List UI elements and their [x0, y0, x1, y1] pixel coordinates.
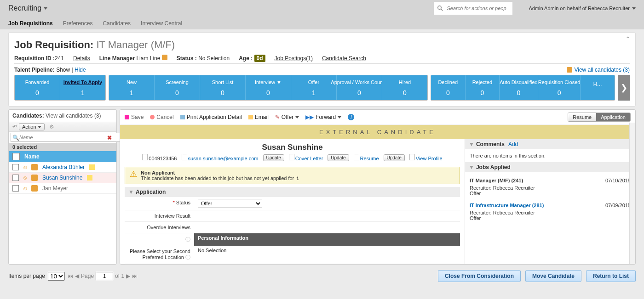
candidate-row[interactable]: ⎋Alexandra Bühler: [9, 162, 116, 173]
cancel-button[interactable]: Cancel: [150, 114, 173, 120]
candidate-detail-panel: Save Cancel Print Application Detail Ema…: [120, 109, 636, 265]
toggle-application[interactable]: Application: [596, 113, 630, 121]
candidates-view-all[interactable]: View all candidates (3): [46, 113, 101, 119]
pipeline-label: Talent Pipeline:: [14, 67, 55, 73]
section-jobs-applied[interactable]: ▼ Jobs Applied: [465, 162, 635, 172]
candidate-name-cell[interactable]: Jan Meyer: [42, 185, 68, 192]
req-id: Requisition ID :241: [14, 55, 64, 62]
user-context-label: Admin Admin on behalf of Rebecca Recruit…: [529, 6, 630, 11]
doc-icon: [354, 154, 359, 160]
return-to-list-button[interactable]: Return to List: [586, 270, 636, 282]
collapse-icon[interactable]: ⌃: [625, 35, 631, 43]
doc-icon: [289, 154, 294, 160]
resume[interactable]: Resume: [354, 154, 379, 161]
section-comments[interactable]: ▼ Comments Add: [465, 139, 635, 149]
view-profile[interactable]: View Profile: [409, 154, 443, 161]
stage-interview-[interactable]: Interview ▼0: [246, 75, 291, 100]
status-select[interactable]: Offer: [198, 199, 262, 208]
avatar-icon: [31, 164, 38, 170]
update-email-button[interactable]: Update: [263, 154, 284, 161]
candidate-name-filter[interactable]: [11, 133, 120, 142]
stage-new[interactable]: New1: [109, 75, 155, 100]
tab-interview-central[interactable]: Interview Central: [141, 20, 182, 29]
pipeline-hide[interactable]: Hide: [75, 67, 86, 73]
triangle-down-icon: ▼: [128, 189, 134, 195]
stage-scroll-next[interactable]: ❯: [618, 75, 630, 101]
search-icon: 🔍: [12, 135, 19, 141]
info-icon[interactable]: i: [348, 114, 354, 120]
stage-auto-disqualified[interactable]: Auto Disqualified0: [500, 75, 538, 100]
stage-screening[interactable]: Screening0: [155, 75, 200, 100]
move-candidate-button[interactable]: Move Candidate: [525, 270, 581, 282]
svg-line-1: [441, 9, 443, 11]
close-from-consideration-button[interactable]: Close From Consideration: [438, 270, 521, 282]
module-dropdown[interactable]: Recruiting: [8, 4, 47, 12]
global-search[interactable]: [434, 2, 512, 15]
add-comment-link[interactable]: Add: [508, 141, 518, 147]
stage-forwarded[interactable]: Forwarded0: [15, 75, 60, 100]
undo-icon[interactable]: ↶: [12, 124, 17, 130]
stage-declined[interactable]: Declined0: [431, 75, 466, 100]
select-all-checkbox[interactable]: [12, 153, 20, 160]
column-name[interactable]: Name: [24, 153, 40, 160]
phone-icon: [142, 154, 148, 160]
row-checkbox[interactable]: [12, 175, 19, 181]
view-all-candidates[interactable]: View all candidates (3): [567, 67, 630, 73]
warning-body: This candidate has been added to this jo…: [141, 175, 299, 181]
view-all-link[interactable]: View all candidates (3): [574, 67, 630, 73]
cover-letter[interactable]: Cover Letter: [289, 154, 323, 161]
user-context-dropdown[interactable]: Admin Admin on behalf of Rebecca Recruit…: [529, 6, 636, 11]
row-checkbox[interactable]: [12, 164, 19, 170]
candidate-search-link[interactable]: Candidate Search: [322, 55, 366, 62]
pipeline-show[interactable]: Show: [56, 67, 70, 73]
candidate-action-bar: ↶ Action ⚙: [9, 122, 116, 132]
stage-hired[interactable]: Hired0: [382, 75, 427, 100]
candidate-row[interactable]: ⎋Jan Meyer: [9, 183, 116, 194]
save-button[interactable]: Save: [125, 114, 144, 120]
stage-requisition-closed[interactable]: Requisition Closed0: [538, 75, 581, 100]
items-per-page-select[interactable]: 10: [48, 272, 65, 281]
tab-job-requisitions[interactable]: Job Requisitions: [8, 20, 53, 29]
global-search-input[interactable]: [446, 5, 507, 11]
tab-candidates[interactable]: Candidates: [103, 20, 131, 29]
email-button[interactable]: Email: [248, 114, 269, 120]
tab-preferences[interactable]: Preferences: [63, 20, 93, 29]
page-first[interactable]: ⏮: [68, 273, 73, 279]
row-status: * Status Offer: [125, 197, 460, 210]
stage-group-post: Declined0Rejected0Auto Disqualified0Requ…: [431, 75, 615, 101]
candidate-name-cell[interactable]: Susan Sunshine: [42, 175, 82, 181]
jobs-applied-list: IT Manager (M/F) (241)07/10/2015Recruite…: [465, 172, 635, 229]
selection-count: 0 selected: [9, 143, 116, 151]
candidate-row[interactable]: ⎋Susan Sunshine: [9, 173, 116, 183]
page-prev[interactable]: ◀: [75, 273, 79, 279]
forward-dropdown[interactable]: ▶▶Forward: [305, 114, 341, 120]
resume-application-toggle[interactable]: Resume Application: [568, 113, 631, 122]
action-dropdown[interactable]: Action: [19, 123, 45, 130]
chevron-down-icon: [338, 116, 341, 118]
stage-short-list[interactable]: Short List0: [200, 75, 246, 100]
clear-icon[interactable]: ✖: [107, 135, 112, 141]
details-link[interactable]: Details: [73, 55, 90, 62]
stage-h-[interactable]: H…: [581, 75, 615, 100]
row-personal-info-header: ⓘ Personal Information: [125, 233, 460, 246]
page-input[interactable]: [96, 272, 113, 280]
row-checkbox[interactable]: [12, 185, 19, 192]
offer-dropdown[interactable]: ✎Offer: [275, 114, 299, 120]
job-postings-link[interactable]: Job Postings(1): [275, 55, 313, 62]
section-application[interactable]: ▼Application: [125, 187, 460, 197]
stage-invited-to-apply[interactable]: Invited To Apply1: [60, 75, 105, 100]
print-button[interactable]: Print Application Detail: [180, 114, 242, 120]
scrollbar[interactable]: [629, 123, 635, 264]
stage-offer[interactable]: Offer1: [291, 75, 337, 100]
page-last[interactable]: ⏭: [132, 273, 138, 279]
gear-icon[interactable]: ⚙: [49, 124, 54, 130]
update-cover-button[interactable]: Update: [328, 154, 349, 161]
email[interactable]: susan.sunshine@example.com: [182, 154, 259, 161]
stage-rejected[interactable]: Rejected0: [466, 75, 500, 100]
forward-icon: ▶▶: [305, 114, 314, 120]
update-resume-button[interactable]: Update: [384, 154, 405, 161]
candidate-name-cell[interactable]: Alexandra Bühler: [42, 164, 85, 170]
page-next[interactable]: ▶: [126, 273, 130, 279]
toggle-resume[interactable]: Resume: [568, 113, 596, 121]
stage-approval-works-council[interactable]: Approval / Works Council0: [337, 75, 382, 100]
